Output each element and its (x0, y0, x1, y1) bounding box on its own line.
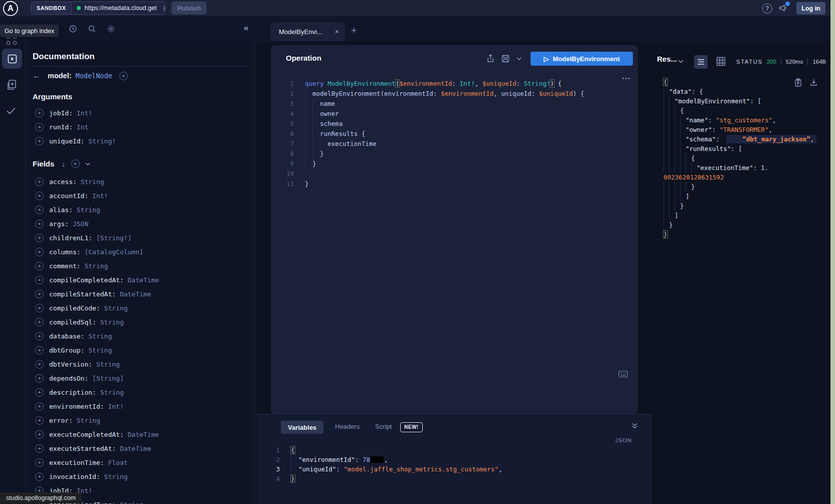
field-type[interactable]: Int (77, 123, 88, 131)
nav-checks-icon[interactable] (6, 106, 17, 115)
field-type[interactable]: DateTime (120, 290, 151, 298)
field-type[interactable]: String (104, 304, 128, 312)
tab-modelbyenvironment[interactable]: ModelByEnvi... × (271, 22, 345, 41)
field-row[interactable]: +accountId: Int! (33, 189, 254, 203)
collapse-sidebar-icon[interactable]: « (244, 23, 248, 33)
tab-close-icon[interactable]: × (335, 28, 339, 36)
add-field-icon[interactable]: + (35, 444, 44, 453)
field-type[interactable]: String (104, 473, 128, 480)
new-tab-icon[interactable]: + (351, 25, 357, 36)
response-tree-view-icon[interactable] (694, 55, 708, 69)
field-type[interactable]: String (77, 206, 100, 214)
add-field-icon[interactable]: + (35, 304, 44, 312)
save-options-chevron-icon[interactable] (517, 57, 522, 60)
field-type[interactable]: DateTime (128, 431, 159, 438)
add-field-icon[interactable]: + (35, 472, 44, 481)
field-type[interactable]: String (84, 262, 108, 270)
operation-menu-icon[interactable]: ••• (622, 75, 631, 81)
field-type[interactable]: [String] (92, 375, 124, 382)
field-row[interactable]: +comment: String (33, 259, 254, 273)
field-type[interactable]: [CatalogColumn] (84, 248, 143, 256)
response-table-view-icon[interactable] (716, 57, 726, 66)
nav-explorer-icon[interactable] (2, 49, 22, 69)
field-row[interactable]: +compileStartedAt: DateTime (33, 287, 254, 301)
field-row[interactable]: +executeStartedAt: DateTime (33, 441, 254, 455)
field-type[interactable]: String (120, 501, 143, 504)
field-type[interactable]: [String!] (96, 234, 131, 242)
add-field-icon[interactable]: + (35, 234, 44, 242)
endpoint-url-input[interactable]: https://metadata.cloud.get (85, 5, 161, 12)
add-type-icon[interactable]: + (119, 72, 128, 80)
add-field-icon[interactable]: + (35, 206, 44, 214)
field-row[interactable]: +compiledSql: String (33, 315, 254, 329)
chevron-down-icon[interactable] (85, 162, 90, 165)
publish-button[interactable]: Publish (172, 2, 207, 15)
field-row[interactable]: +executionTime: Float (33, 455, 254, 469)
connection-settings-gear-icon[interactable] (162, 5, 165, 12)
keyboard-shortcuts-icon[interactable] (618, 371, 628, 378)
tab-headers[interactable]: Headers (335, 423, 360, 430)
save-icon[interactable] (502, 55, 510, 63)
field-row[interactable]: +access: String (33, 175, 254, 189)
settings-gear-icon[interactable] (107, 25, 115, 33)
add-field-icon[interactable]: + (35, 290, 44, 298)
field-type[interactable]: String (88, 332, 112, 340)
field-type[interactable]: Int! (108, 403, 123, 410)
add-field-icon[interactable]: + (35, 458, 44, 467)
add-field-icon[interactable]: + (35, 109, 44, 117)
field-type[interactable]: Float (108, 459, 127, 466)
field-type[interactable]: String (96, 361, 120, 368)
login-button[interactable]: Log in (796, 2, 825, 15)
field-row[interactable]: +dbtVersion: String (33, 357, 254, 371)
breadcrumb-type[interactable]: ModelNode (76, 72, 112, 80)
add-field-icon[interactable]: + (35, 137, 44, 145)
field-row[interactable]: +invocationId: String (33, 469, 254, 483)
add-field-icon[interactable]: + (35, 192, 44, 200)
field-type[interactable]: String (81, 178, 104, 186)
apollo-logo[interactable]: A (3, 1, 18, 16)
tab-script[interactable]: Script (375, 423, 392, 430)
field-type[interactable]: JSON (73, 220, 88, 228)
run-operation-button[interactable]: ▷ ModelByEnvironment (531, 52, 633, 66)
announcements-icon[interactable] (778, 3, 788, 13)
field-type[interactable]: DateTime (120, 445, 151, 452)
add-field-icon[interactable]: + (35, 430, 44, 439)
field-row[interactable]: +description: String (33, 385, 254, 399)
add-field-icon[interactable]: + (35, 123, 44, 131)
collapse-variables-icon[interactable] (631, 423, 638, 429)
add-field-icon[interactable]: + (35, 360, 44, 369)
argument-row[interactable]: +runId: Int (33, 120, 254, 134)
search-icon[interactable] (88, 25, 96, 33)
add-field-icon[interactable]: + (35, 178, 44, 186)
add-field-icon[interactable]: + (35, 220, 44, 228)
field-row[interactable]: +dependsOn: [String] (33, 371, 254, 385)
add-field-icon[interactable]: + (35, 416, 44, 425)
field-row[interactable]: +columns: [CatalogColumn] (33, 245, 254, 259)
field-row[interactable]: +dbtGroup: String (33, 343, 254, 357)
response-chevron-icon[interactable] (678, 60, 684, 63)
add-field-icon[interactable]: + (35, 332, 44, 341)
graphql-editor[interactable]: 1query ModelByEnvironment($environmentId… (280, 78, 584, 189)
field-row[interactable]: +compiledCode: String (33, 301, 254, 315)
share-icon[interactable] (486, 54, 494, 63)
tab-variables[interactable]: Variables (281, 421, 323, 434)
add-field-icon[interactable]: + (35, 402, 44, 411)
add-field-icon[interactable]: + (35, 276, 44, 284)
field-type[interactable]: DateTime (128, 276, 159, 284)
field-type[interactable]: String (100, 318, 124, 326)
field-type[interactable]: Int! (92, 192, 108, 200)
add-field-icon[interactable]: + (35, 388, 44, 397)
field-row[interactable]: +error: String (33, 413, 254, 427)
field-row[interactable]: +environmentId: Int! (33, 399, 254, 413)
sort-fields-icon[interactable]: ↓ (62, 159, 66, 168)
field-type[interactable]: String! (88, 137, 116, 145)
add-all-fields-icon[interactable]: + (71, 159, 80, 168)
field-row[interactable]: +childrenL1: [String!] (33, 231, 254, 245)
field-type[interactable]: String (100, 389, 124, 396)
field-row[interactable]: +executeCompletedAt: DateTime (33, 427, 254, 441)
add-field-icon[interactable]: + (35, 346, 44, 355)
add-field-icon[interactable]: + (35, 374, 44, 383)
field-type[interactable]: Int! (77, 109, 92, 117)
field-row[interactable]: +alias: String (33, 203, 254, 217)
variables-editor[interactable]: 1{2"environmentId": 78,3"uniqueId": "mod… (266, 445, 502, 483)
